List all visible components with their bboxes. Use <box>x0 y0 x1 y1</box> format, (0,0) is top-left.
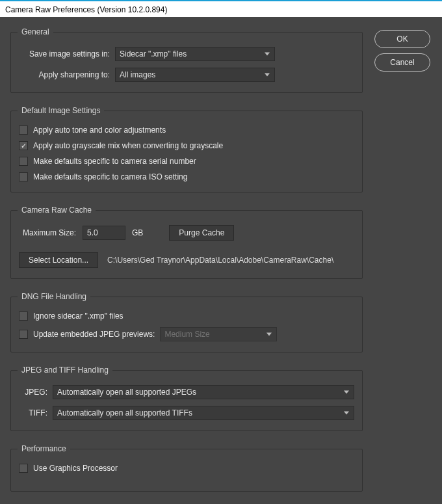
save-settings-label: Save image settings in: <box>19 49 110 59</box>
auto-tone-label: Apply auto tone and color adjustments <box>33 126 166 135</box>
dialog-buttons: OK Cancel <box>374 27 430 492</box>
defaults-iso-checkbox[interactable] <box>19 172 28 181</box>
content-area: General Save image settings in: Sidecar … <box>0 17 442 502</box>
settings-column: General Save image settings in: Sidecar … <box>10 27 363 492</box>
update-previews-label: Update embedded JPEG previews: <box>33 330 155 339</box>
tiff-label: TIFF: <box>19 408 47 418</box>
defaults-serial-label: Make defaults specific to camera serial … <box>33 157 196 166</box>
jpeg-select[interactable]: Automatically open all supported JPEGs <box>53 385 354 399</box>
ok-button[interactable]: OK <box>374 30 430 48</box>
defaults-serial-checkbox[interactable] <box>19 157 28 166</box>
update-previews-checkbox[interactable] <box>19 330 28 339</box>
max-size-unit: GB <box>132 228 143 237</box>
max-size-input[interactable] <box>83 226 125 240</box>
purge-cache-button[interactable]: Purge Cache <box>169 225 234 241</box>
jpeg-label: JPEG: <box>19 388 47 397</box>
ignore-xmp-label: Ignore sidecar ".xmp" files <box>33 312 124 321</box>
save-settings-select[interactable]: Sidecar ".xmp" files <box>115 47 275 61</box>
default-image-settings-fieldset: Default Image Settings Apply auto tone a… <box>10 106 363 192</box>
window-title: Camera Raw Preferences (Version 10.2.0.8… <box>5 5 167 14</box>
performance-legend: Performance <box>18 444 70 453</box>
apply-sharpening-select[interactable]: All images <box>115 68 275 82</box>
defaults-iso-label: Make defaults specific to camera ISO set… <box>33 172 187 181</box>
cache-legend: Camera Raw Cache <box>18 206 96 215</box>
general-fieldset: General Save image settings in: Sidecar … <box>10 27 363 93</box>
ignore-xmp-checkbox[interactable] <box>19 312 28 321</box>
performance-fieldset: Performance Use Graphics Processor <box>10 444 363 492</box>
use-gpu-label: Use Graphics Processor <box>33 464 118 473</box>
auto-grayscale-checkbox[interactable] <box>19 141 28 150</box>
cache-path: C:\Users\Ged Traynor\AppData\Local\Adobe… <box>107 256 333 265</box>
cancel-button[interactable]: Cancel <box>374 53 430 72</box>
jpeg-tiff-legend: JPEG and TIFF Handling <box>18 365 112 375</box>
auto-grayscale-label: Apply auto grayscale mix when converting… <box>33 141 223 150</box>
dng-fieldset: DNG File Handling Ignore sidecar ".xmp" … <box>10 292 363 352</box>
use-gpu-checkbox[interactable] <box>19 464 28 473</box>
apply-sharpening-label: Apply sharpening to: <box>19 70 110 79</box>
cache-fieldset: Camera Raw Cache Maximum Size: GB Purge … <box>10 206 363 279</box>
tiff-select[interactable]: Automatically open all supported TIFFs <box>53 406 354 420</box>
title-bar: Camera Raw Preferences (Version 10.2.0.8… <box>0 0 442 17</box>
general-legend: General <box>18 27 53 36</box>
select-location-button[interactable]: Select Location... <box>19 252 98 268</box>
auto-tone-checkbox[interactable] <box>19 126 28 135</box>
preview-size-select: Medium Size <box>160 327 277 341</box>
max-size-label: Maximum Size: <box>23 228 76 237</box>
default-image-settings-legend: Default Image Settings <box>18 106 104 115</box>
jpeg-tiff-fieldset: JPEG and TIFF Handling JPEG: Automatical… <box>10 365 363 431</box>
dng-legend: DNG File Handling <box>18 292 90 301</box>
